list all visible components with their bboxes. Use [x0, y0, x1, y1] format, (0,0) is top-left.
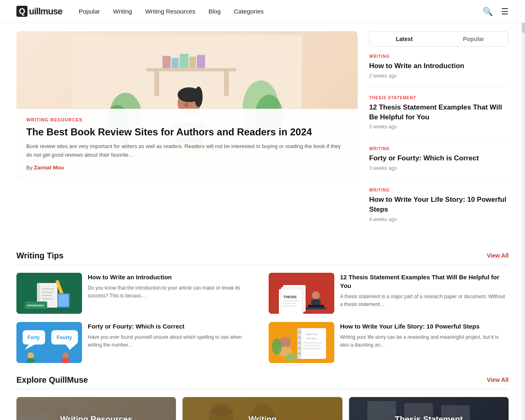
article-body-3: How to Write Your Life Story: 10 Powerfu…	[340, 322, 509, 349]
sidebar-item-2: WRITING Forty or Fourty: Which is Correc…	[369, 146, 509, 180]
sidebar-item-0: WRITING How to Write an Introduction 2 w…	[369, 54, 509, 87]
hero-author-link[interactable]: Zannat Mou	[34, 164, 64, 171]
article-desc-0: Do you know that the introduction to you…	[88, 284, 256, 300]
svg-rect-31	[42, 298, 53, 299]
article-thumb-2[interactable]: Forty Fourty	[16, 322, 82, 363]
svg-text:THESIS: THESIS	[283, 295, 297, 299]
article-body-0: How to Write an Introduction Do you know…	[88, 273, 256, 300]
svg-rect-30	[42, 295, 52, 296]
article-desc-3: Writing your life story can be a rewardi…	[340, 333, 509, 349]
svg-point-59	[62, 352, 69, 359]
sidebar-time-0: 2 weeks ago	[369, 73, 509, 79]
svg-rect-49	[306, 307, 326, 309]
article-card-3: Write Your Life Story How to Write Your …	[269, 322, 509, 363]
sidebar-title-0[interactable]: How to Write an Introduction	[369, 61, 509, 71]
sidebar-title-2[interactable]: Forty or Fourty: Which is Correct	[369, 153, 509, 163]
svg-rect-5	[171, 58, 179, 68]
svg-point-67	[298, 347, 301, 349]
explore-label-2: Thesis Statement	[395, 415, 463, 420]
article-title-2[interactable]: Forty or Fourty: Which is Correct	[88, 322, 256, 331]
tab-popular[interactable]: Popular	[439, 32, 508, 46]
explore-grid: Writing Resources Writing Thesis S	[16, 397, 509, 420]
explore-card-2[interactable]: Thesis Statement	[349, 397, 509, 420]
svg-rect-43	[282, 301, 298, 301]
tab-latest[interactable]: Latest	[370, 32, 439, 46]
nav-writing[interactable]: Writing	[113, 8, 132, 15]
article-body-2: Forty or Fourty: Which is Correct Have y…	[88, 322, 256, 349]
explore-label-0: Writing Resources	[60, 415, 132, 420]
writing-tips-header: Writing Tips View All	[16, 251, 509, 265]
svg-rect-71	[303, 342, 322, 343]
article-title-1[interactable]: 12 Thesis Statement Examples That Will B…	[340, 273, 509, 290]
thumb-forty-illustration: Forty Fourty	[16, 322, 82, 363]
sidebar-title-3[interactable]: How to Write Your Life Story: 10 Powerfu…	[369, 195, 509, 215]
nav-writing-resources[interactable]: Writing Resources	[145, 8, 195, 15]
logo[interactable]: Q uillmuse	[16, 6, 62, 17]
svg-text:Write Your: Write Your	[306, 333, 317, 336]
hero-overlay: WRITING RESOURCES The Best Book Review S…	[16, 109, 358, 179]
hero-title[interactable]: The Best Book Review Sites for Authors a…	[26, 126, 348, 138]
writing-tips-view-all[interactable]: View All	[487, 252, 509, 259]
article-card-1: THESIS 12 Thesis Statement Examples That…	[269, 273, 509, 314]
article-desc-2: Have you ever found yourself unsure abou…	[88, 333, 256, 349]
svg-rect-6	[180, 54, 189, 68]
svg-point-76	[272, 338, 282, 355]
nav-icons: 🔍 ☰	[483, 7, 509, 16]
thumb-thesis-illustration: THESIS	[269, 273, 334, 314]
hero-author: By Zannat Mou	[26, 164, 348, 171]
svg-point-46	[312, 291, 320, 299]
menu-icon[interactable]: ☰	[501, 7, 509, 16]
svg-rect-4	[162, 56, 171, 68]
sidebar: Latest Popular WRITING How to Write an I…	[369, 31, 509, 239]
explore-label-1: Writing	[249, 415, 277, 420]
article-title-0[interactable]: How to Write an Introduction	[88, 273, 256, 281]
svg-point-20	[185, 103, 188, 107]
svg-point-19	[194, 87, 203, 107]
hero-section: WRITING RESOURCES The Best Book Review S…	[16, 31, 358, 239]
sidebar-time-2: 3 weeks ago	[369, 165, 509, 171]
svg-text:Fourty: Fourty	[57, 335, 72, 340]
explore-card-0[interactable]: Writing Resources	[16, 397, 176, 420]
svg-rect-7	[189, 57, 196, 68]
svg-point-77	[285, 353, 297, 361]
nav-categories[interactable]: Categories	[234, 8, 264, 15]
svg-point-66	[298, 342, 301, 344]
svg-rect-73	[303, 348, 322, 349]
svg-rect-37	[59, 294, 68, 306]
nav-blog[interactable]: Blog	[208, 8, 221, 15]
article-thumb-1[interactable]: THESIS	[269, 273, 334, 314]
svg-rect-2	[154, 71, 159, 96]
article-thumb-3[interactable]: Write Your Life Story	[269, 322, 334, 363]
sidebar-time-1: 3 weeks ago	[369, 124, 509, 130]
svg-point-68	[298, 352, 301, 355]
scrollbar[interactable]	[522, 0, 525, 420]
explore-header: Explore QuillMuse View All	[16, 375, 509, 390]
navigation: Q uillmuse Popular Writing Writing Resou…	[0, 0, 525, 23]
explore-title: Explore QuillMuse	[16, 375, 88, 385]
article-desc-1: A thesis statement is a major part of a …	[340, 293, 509, 308]
article-card-2: Forty Fourty Forty or Fourty: Which is C…	[16, 322, 256, 363]
articles-grid: Introduction How to Write an Introductio…	[16, 273, 509, 363]
article-body-1: 12 Thesis Statement Examples That Will B…	[340, 273, 509, 308]
hero-desc: Book review sites are very important for…	[26, 142, 348, 160]
nav-popular[interactable]: Popular	[79, 8, 100, 15]
writing-tips-title: Writing Tips	[16, 251, 64, 260]
logo-icon: Q	[16, 6, 27, 17]
explore-section: Explore QuillMuse View All Writing Resou…	[0, 371, 525, 420]
explore-card-1[interactable]: Writing	[183, 397, 342, 420]
svg-point-65	[298, 336, 301, 339]
sidebar-tabs: Latest Popular	[369, 31, 509, 47]
search-icon[interactable]: 🔍	[483, 7, 493, 16]
article-title-3[interactable]: How to Write Your Life Story: 10 Powerfu…	[340, 322, 509, 331]
svg-text:Life Story: Life Story	[306, 337, 317, 340]
sidebar-title-1[interactable]: 12 Thesis Statement Examples That Will B…	[369, 103, 509, 122]
hero-card: WRITING RESOURCES The Best Book Review S…	[16, 31, 358, 179]
svg-rect-3	[224, 71, 229, 96]
article-thumb-0[interactable]: Introduction	[16, 273, 82, 314]
svg-rect-28	[42, 288, 54, 290]
svg-point-64	[298, 331, 301, 333]
svg-rect-45	[282, 306, 297, 306]
sidebar-item-1: THESIS STATEMENT 12 Thesis Statement Exa…	[369, 96, 509, 139]
explore-view-all[interactable]: View All	[487, 377, 509, 383]
main-content: WRITING RESOURCES The Best Book Review S…	[0, 23, 525, 247]
